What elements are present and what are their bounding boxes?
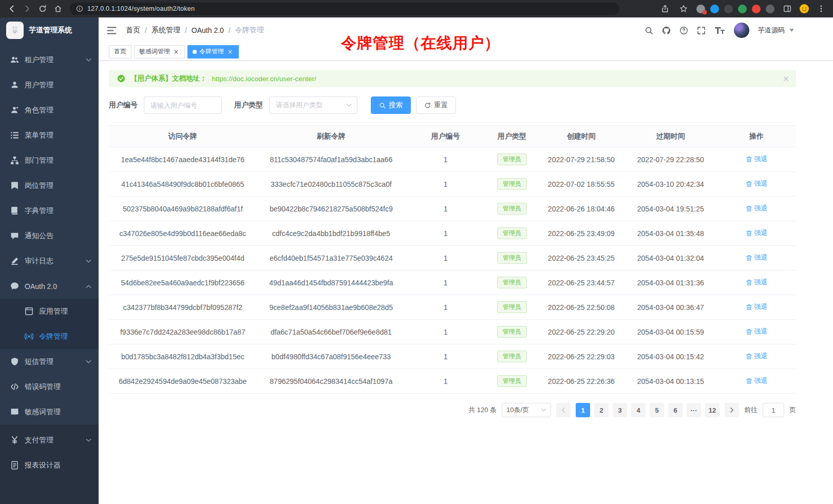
sidebar-item-menu[interactable]: 菜单管理 — [0, 123, 99, 148]
sidebar-item-role[interactable]: 角色管理 — [0, 98, 99, 123]
sidebar-item-post[interactable]: 岗位管理 — [0, 173, 99, 198]
force-logout-button[interactable]: 强退 — [746, 327, 768, 336]
extension-twitter-icon[interactable] — [710, 5, 719, 13]
force-logout-button[interactable]: 强退 — [746, 154, 768, 164]
sidebar-item-label: 用户管理 — [25, 81, 91, 90]
page-button[interactable]: 5 — [650, 403, 664, 417]
force-logout-button[interactable]: 强退 — [746, 228, 768, 238]
search-button[interactable]: 搜索 — [371, 96, 411, 114]
breadcrumb-item[interactable]: 系统管理 — [152, 26, 180, 35]
side-panel-button[interactable] — [781, 2, 794, 15]
force-logout-button[interactable]: 强退 — [746, 302, 768, 312]
font-size-icon[interactable] — [714, 26, 725, 35]
check-circle-icon — [117, 74, 125, 83]
force-logout-button[interactable]: 强退 — [746, 376, 768, 385]
filter-bar: 用户编号 用户类型 请选择用户类型 搜索 重置 — [109, 96, 796, 114]
force-logout-button[interactable]: 强退 — [746, 352, 768, 361]
extension-colorful-icon[interactable] — [752, 5, 761, 13]
extension-badge — [703, 10, 707, 14]
user-icon — [10, 81, 19, 89]
force-logout-button[interactable]: 强退 — [746, 253, 768, 262]
bookmark-button[interactable] — [677, 2, 690, 15]
sidebar-item-oauth2[interactable]: OAuth 2.0 — [0, 274, 99, 299]
page-button[interactable]: 12 — [705, 403, 720, 417]
address-bar[interactable]: 127.0.0.1:1024/system/oauth2/token — [70, 3, 619, 15]
share-button[interactable] — [658, 2, 672, 15]
help-icon[interactable] — [679, 26, 688, 35]
sidebar-item-user[interactable]: 用户管理 — [0, 72, 99, 98]
user-name[interactable]: 芋道源码 — [758, 26, 785, 35]
github-icon[interactable] — [662, 26, 671, 35]
browser-menu-button[interactable] — [815, 2, 828, 15]
tab-item[interactable]: 令牌管理 — [187, 45, 239, 59]
tab-item[interactable]: 敏感词管理 — [134, 45, 185, 59]
breadcrumb-item[interactable]: 首页 — [126, 26, 140, 35]
force-logout-label: 强退 — [754, 228, 768, 238]
page-button[interactable]: 3 — [613, 403, 627, 417]
app-logo[interactable]: 芋道管理系统 — [0, 17, 99, 43]
page-button[interactable]: 4 — [631, 403, 646, 417]
goto-page-input[interactable] — [763, 403, 784, 417]
breadcrumb-item[interactable]: OAuth 2.0 — [192, 26, 224, 34]
page-button[interactable]: 2 — [594, 403, 609, 417]
page-more-button[interactable]: ··· — [687, 403, 701, 417]
sidebar-item-notice[interactable]: 通知公告 — [0, 223, 99, 248]
tab-close-button[interactable] — [226, 48, 234, 55]
sidebar-item-error-code[interactable]: 错误码管理 — [0, 374, 99, 399]
extension-green-icon[interactable] — [738, 5, 747, 13]
info-icon[interactable] — [76, 5, 83, 12]
reset-button[interactable]: 重置 — [416, 96, 456, 114]
tab-close-button[interactable] — [173, 48, 180, 55]
force-logout-button[interactable]: 强退 — [746, 278, 768, 287]
sidebar-item-dept[interactable]: 部门管理 — [0, 148, 99, 173]
user-type-select[interactable]: 请选择用户类型 — [269, 96, 357, 114]
extension-dark-icon[interactable] — [724, 5, 733, 13]
chevron-down-icon — [86, 360, 91, 364]
extension-puzzle-icon[interactable] — [696, 5, 705, 13]
sidebar-item-pay[interactable]: 支付管理 — [0, 428, 99, 453]
search-icon[interactable] — [645, 26, 653, 35]
sidebar-item-report-designer[interactable]: 报表设计器 — [0, 453, 99, 478]
hamburger-icon[interactable] — [107, 27, 117, 34]
user-id-input[interactable] — [144, 96, 222, 114]
user-avatar[interactable] — [734, 23, 749, 38]
sidebar-item-oauth2-token[interactable]: 令牌管理 — [0, 324, 99, 349]
search-icon — [379, 102, 386, 109]
page-button[interactable]: 1 — [576, 403, 590, 417]
cell-user-type: 管理员 — [485, 197, 538, 221]
cell-user-type: 管理员 — [485, 172, 538, 197]
sidebar-item-sensitive-word[interactable]: 敏感词管理 — [0, 399, 99, 424]
alert-link[interactable]: https://doc.iocoder.cn/user-center/ — [212, 75, 316, 83]
profile-avatar[interactable] — [799, 4, 809, 14]
back-button[interactable] — [5, 2, 18, 15]
sidebar-item-dict[interactable]: 字典管理 — [0, 198, 99, 223]
forward-button[interactable] — [21, 2, 34, 15]
alert-close-icon[interactable] — [783, 76, 789, 82]
prev-page-button[interactable] — [556, 403, 571, 417]
caret-down-icon[interactable] — [789, 29, 794, 32]
alert-banner: 【用户体系】文档地址： https://doc.iocoder.cn/user-… — [109, 70, 796, 87]
page-size-select[interactable]: 10条/页 — [502, 403, 551, 417]
fullscreen-icon[interactable] — [697, 26, 706, 35]
user-type-placeholder: 请选择用户类型 — [276, 101, 323, 110]
force-logout-button[interactable]: 强退 — [746, 204, 768, 213]
table-row: 502375b8040a469a9b82188afdf6af1f be90422… — [109, 197, 796, 221]
sidebar-item-oauth2-app[interactable]: 应用管理 — [0, 299, 99, 324]
cell-expire-time: 2054-03-10 20:42:34 — [624, 172, 717, 197]
cell-user-type: 管理员 — [485, 147, 538, 172]
cell-created-time: 2022-06-25 22:29:03 — [538, 344, 624, 369]
tab-item[interactable]: 首页 — [109, 45, 131, 59]
sidebar-item-audit-log[interactable]: 审计日志 — [0, 248, 99, 274]
sidebar-item-tenant[interactable]: 租户管理 — [0, 47, 99, 72]
page-button[interactable]: 6 — [668, 403, 683, 417]
next-page-button[interactable] — [725, 403, 739, 417]
extension-gray-icon[interactable] — [766, 5, 774, 13]
tree-icon — [10, 156, 19, 165]
home-button[interactable] — [51, 2, 65, 15]
cell-access-token: 502375b8040a469a9b82188afdf6af1f — [109, 197, 257, 221]
cell-action: 强退 — [717, 369, 796, 394]
user-type-badge: 管理员 — [497, 178, 527, 190]
reload-button[interactable] — [36, 2, 49, 15]
sidebar-item-sms[interactable]: 短信管理 — [0, 349, 99, 374]
force-logout-button[interactable]: 强退 — [746, 179, 768, 188]
